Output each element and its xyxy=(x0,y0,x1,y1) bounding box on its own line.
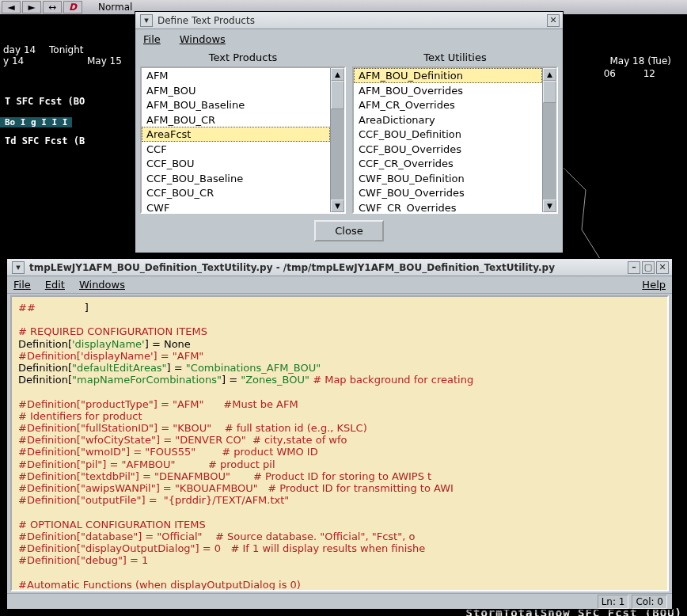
status-line: Ln: 1 xyxy=(598,595,629,609)
menu-file[interactable]: File xyxy=(143,33,161,45)
scroll-down-icon[interactable]: ▼ xyxy=(331,200,344,212)
editor-menubar: File Edit Windows Help xyxy=(7,276,672,294)
bg-tool-arrows-icon[interactable]: ↔ xyxy=(43,1,62,13)
scroll-thumb[interactable] xyxy=(331,81,344,109)
bg-hour-label: 06 xyxy=(604,68,616,79)
editor-window: ▾ tmpLEwJY1AFM_BOU_Definition_TextUtilit… xyxy=(6,258,673,610)
window-menu-icon[interactable]: ▾ xyxy=(12,261,25,274)
list-item[interactable]: AFM_BOU_CR xyxy=(142,112,330,127)
list-item[interactable]: AreaFcst xyxy=(142,127,330,142)
bg-hour-label: 12 xyxy=(643,68,655,79)
bg-date-label: May 15 xyxy=(87,55,122,67)
list-item[interactable]: CCF_BOU_CR xyxy=(142,185,330,200)
bg-tool-arrow-left-icon[interactable]: ◄ xyxy=(2,1,21,13)
products-scrollbar[interactable]: ▲ ▼ xyxy=(330,68,344,212)
bg-day-label: y 14 xyxy=(3,55,24,67)
list-item[interactable]: CCF_BOU_Baseline xyxy=(142,171,330,186)
utilities-scrollbar[interactable]: ▲ ▼ xyxy=(542,68,556,212)
bg-grid-markers: Bo I g I I I xyxy=(0,117,72,127)
bg-date-label: May 18 (Tue) xyxy=(609,55,671,67)
menu-help[interactable]: Help xyxy=(642,279,666,291)
list-item[interactable]: CCF_BOU_Definition xyxy=(354,127,542,142)
minimize-icon[interactable]: – xyxy=(628,261,640,274)
list-item[interactable]: CWF_BOU_Overrides xyxy=(354,185,542,200)
menu-edit[interactable]: Edit xyxy=(45,279,65,291)
list-item[interactable]: AFM_BOU_Definition xyxy=(354,68,542,83)
list-item[interactable]: AFM xyxy=(142,68,330,83)
text-products-header: Text Products xyxy=(140,48,346,67)
close-icon[interactable]: ✕ xyxy=(656,261,669,274)
text-utilities-header: Text Utilities xyxy=(352,48,558,67)
close-button[interactable]: Close xyxy=(314,220,383,241)
scroll-up-icon[interactable]: ▲ xyxy=(331,68,344,81)
editor-text-area[interactable]: ## ] # REQUIRED CONFIGURATION ITEMSDefin… xyxy=(10,295,669,591)
list-item[interactable]: AFM_BOU_Baseline xyxy=(142,97,330,112)
text-products-list[interactable]: AFMAFM_BOUAFM_BOU_BaselineAFM_BOU_CRArea… xyxy=(142,68,330,212)
list-item[interactable]: AreaDictionary xyxy=(354,112,542,127)
text-products-column: Text Products AFMAFM_BOUAFM_BOU_Baseline… xyxy=(140,48,346,214)
maximize-icon[interactable]: ▢ xyxy=(642,261,655,274)
editor-code-content: ## ] # REQUIRED CONFIGURATION ITEMSDefin… xyxy=(18,302,661,591)
text-utilities-list[interactable]: AFM_BOU_DefinitionAFM_BOU_OverridesAFM_C… xyxy=(354,68,542,212)
editor-statusbar: Ln: 1 Col: 0 xyxy=(7,593,672,609)
menu-windows[interactable]: Windows xyxy=(79,279,125,291)
list-item[interactable]: AFM_BOU xyxy=(142,83,330,98)
list-item[interactable]: CCF_BOU_Overrides xyxy=(354,142,542,157)
bg-sfc-row-2: Td SFC Fcst (B xyxy=(0,135,89,146)
bg-tool-arrow-right-icon[interactable]: ► xyxy=(22,1,41,13)
editor-titlebar[interactable]: ▾ tmpLEwJY1AFM_BOU_Definition_TextUtilit… xyxy=(7,259,672,276)
dtp-menubar: File Windows xyxy=(135,29,563,48)
define-text-products-dialog: ▾ Define Text Products ✕ File Windows Te… xyxy=(135,11,564,253)
bg-sfc-row-1: T SFC Fcst (BO xyxy=(0,96,89,107)
status-col: Col: 0 xyxy=(632,595,667,609)
scroll-thumb[interactable] xyxy=(543,81,556,103)
list-item[interactable]: CCF_BOU xyxy=(142,156,330,171)
list-item[interactable]: CWF_BOU_Definition xyxy=(354,171,542,186)
scroll-up-icon[interactable]: ▲ xyxy=(543,68,556,81)
menu-file[interactable]: File xyxy=(13,279,31,291)
dtp-title: Define Text Products xyxy=(158,15,255,26)
list-item[interactable]: AFM_CR_Overrides xyxy=(354,97,542,112)
bg-mode-label: Normal xyxy=(98,2,132,13)
list-item[interactable]: CCF_CR_Overrides xyxy=(354,156,542,171)
bg-tool-d-icon[interactable]: D xyxy=(63,1,82,13)
dtp-titlebar[interactable]: ▾ Define Text Products ✕ xyxy=(135,12,563,29)
bg-day-label: day 14 xyxy=(3,44,36,55)
list-item[interactable]: CWF_CR_Overrides xyxy=(354,200,542,213)
text-utilities-column: Text Utilities AFM_BOU_DefinitionAFM_BOU… xyxy=(352,48,558,214)
close-icon[interactable]: ✕ xyxy=(547,14,560,27)
list-item[interactable]: CWF xyxy=(142,200,330,213)
window-menu-icon[interactable]: ▾ xyxy=(140,14,153,27)
scroll-down-icon[interactable]: ▼ xyxy=(543,200,556,212)
list-item[interactable]: AFM_BOU_Overrides xyxy=(354,83,542,98)
menu-windows[interactable]: Windows xyxy=(180,33,226,45)
editor-title: tmpLEwJY1AFM_BOU_Definition_TextUtility.… xyxy=(29,262,626,273)
bg-day-label: Tonight xyxy=(49,44,84,55)
list-item[interactable]: CCF xyxy=(142,142,330,157)
